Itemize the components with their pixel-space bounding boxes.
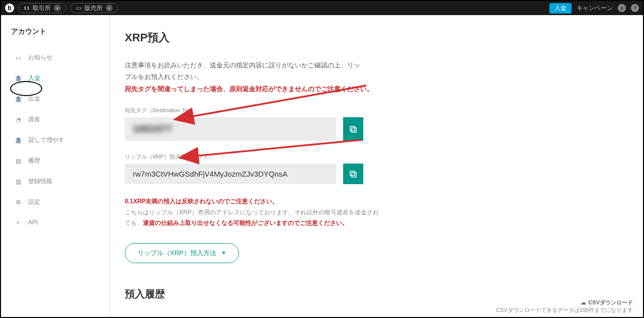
warning-text: 宛先タグを間違ってしまった場合、原則返金対応ができませんのでご注意ください。 <box>125 83 381 95</box>
chevron-down-icon: ▾ <box>106 5 113 12</box>
page-title: XRP預入 <box>125 30 628 45</box>
csv-note: CSVダウンロードできるデータは100件までになります <box>496 306 633 314</box>
deposit-address-value: rw7m3CtVHwGSdhFjV4MyJozmZJv3DYQnsA <box>125 164 336 184</box>
copy-tag-button[interactable] <box>343 117 363 141</box>
svg-rect-3 <box>352 173 356 177</box>
logo[interactable]: b <box>5 4 14 13</box>
copy-icon <box>349 170 358 179</box>
sidebar-item-label: 登録情報 <box>28 177 52 186</box>
min-amount-note: 0.1XRP未満の預入は反映されないのでご注意ください。 <box>125 196 628 207</box>
bank-out-icon: 🏦 <box>14 95 22 103</box>
svg-rect-1 <box>352 128 356 132</box>
sidebar-item-label: 入金 <box>28 74 40 83</box>
annotation-arrows <box>110 15 512 216</box>
sidebar-item-assets[interactable]: ◔ 資産 <box>11 109 99 130</box>
svg-rect-2 <box>350 126 355 131</box>
chevron-down-icon: ▼ <box>221 250 226 256</box>
sidebar-item-label: 設定 <box>28 198 40 206</box>
gear-icon: ⚙ <box>14 198 22 206</box>
cloud-download-icon: ☁ <box>581 299 586 306</box>
sidebar-title: アカウント <box>11 27 99 36</box>
store-label: 販売所 <box>85 4 103 13</box>
tag-label: 宛先タグ（Destination Tag） <box>125 107 628 114</box>
sidebar-item-label: 履歴 <box>28 156 40 165</box>
deposit-button[interactable]: 入金 <box>549 3 572 14</box>
svg-rect-4 <box>350 171 355 176</box>
bank-icon: 🏦 <box>14 74 22 83</box>
address-warning-note: こちらはリップル（XRP）専用のアドレスになっております。それ以外の暗号資産を送… <box>125 207 381 229</box>
destination-tag-value: 1001077 <box>125 117 336 141</box>
sidebar-item-history[interactable]: ▤ 履歴 <box>11 150 99 171</box>
api-icon: ⚬ <box>14 218 22 226</box>
deposit-method-button[interactable]: リップル（XRP）預入方法 ▼ <box>125 243 239 263</box>
topbar: b ⫮⫮ 取引所 ▾ ▭ 販売所 ▾ 入金 キャンペーン ? <box>1 1 643 15</box>
copy-address-button[interactable] <box>343 164 363 184</box>
store-dropdown[interactable]: ▭ 販売所 ▾ <box>70 3 118 13</box>
exchange-dropdown[interactable]: ⫮⫮ 取引所 ▾ <box>18 3 66 13</box>
exchange-label: 取引所 <box>33 4 51 13</box>
sidebar-item-withdraw[interactable]: 🏦 出金 <box>11 89 99 109</box>
bars-icon: ⫮⫮ <box>24 5 30 12</box>
intro-text: 注意事項をお読みいただき、送金元の指定内容に誤りがないかご確認の上、リップルをお… <box>125 59 361 83</box>
address-label: リップル（XRP）預入用アドレス <box>125 153 628 161</box>
sidebar-item-label: 貸して増やす <box>28 136 64 144</box>
copy-icon <box>349 125 358 134</box>
main-content: XRP預入 注意事項をお読みいただき、送金元の指定内容に誤りがないかご確認の上、… <box>110 15 643 318</box>
help-icon[interactable]: ? <box>631 4 639 12</box>
campaign-link[interactable]: キャンペーン <box>577 4 613 13</box>
pie-icon: ◔ <box>14 116 22 124</box>
reg-icon: ▥ <box>14 178 22 186</box>
sidebar-item-registration[interactable]: ▥ 登録情報 <box>11 171 99 192</box>
sidebar-item-label: API <box>28 219 38 226</box>
doc-icon: ▤ <box>14 157 22 165</box>
user-icon[interactable] <box>618 4 626 12</box>
chevron-down-icon: ▾ <box>54 5 61 12</box>
sidebar-item-lending[interactable]: 🏦 貸して増やす <box>11 130 99 150</box>
sidebar: アカウント ▭ お知らせ 🏦 入金 🏦 出金 ◔ 資産 🏦 貸して増やす <box>1 15 110 318</box>
message-icon: ▭ <box>14 54 22 62</box>
sidebar-item-label: 資産 <box>28 115 40 124</box>
store-icon: ▭ <box>76 5 82 12</box>
sidebar-item-notice[interactable]: ▭ お知らせ <box>11 47 99 68</box>
sidebar-item-label: 出金 <box>28 95 40 103</box>
svg-point-0 <box>621 7 622 8</box>
sidebar-item-deposit[interactable]: 🏦 入金 <box>11 68 99 89</box>
sidebar-item-settings[interactable]: ⚙ 設定 <box>11 192 99 212</box>
method-button-label: リップル（XRP）預入方法 <box>137 249 216 258</box>
sidebar-item-api[interactable]: ⚬ API <box>11 212 99 232</box>
csv-download-link[interactable]: ☁ CSVダウンロード <box>496 299 633 306</box>
sidebar-item-label: お知らせ <box>28 53 52 62</box>
bank-plus-icon: 🏦 <box>14 136 22 144</box>
